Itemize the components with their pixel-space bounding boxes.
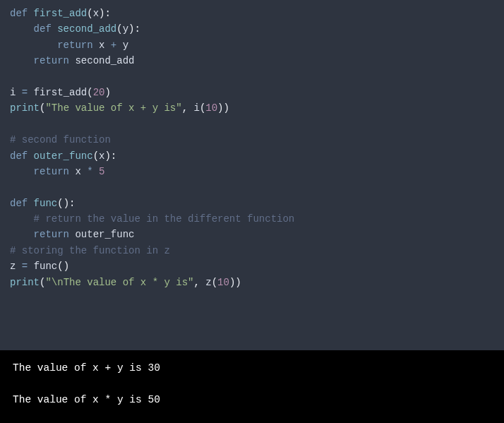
operator: = (16, 87, 33, 98)
keyword-def: def (10, 198, 34, 209)
operator: = (16, 261, 33, 272)
code-line: return second_add (10, 53, 494, 68)
code-line: return outer_func (10, 227, 494, 242)
code-line-blank (10, 179, 494, 195)
function-name: second_add (57, 23, 116, 35)
operator: * (81, 166, 99, 177)
string: "The value of x + y is" (45, 102, 181, 114)
indent (10, 55, 34, 66)
colon: : (69, 198, 75, 209)
paren: ) (104, 150, 110, 162)
paren: ) (104, 87, 110, 98)
identifier: x (75, 166, 80, 177)
number: 10 (205, 102, 217, 114)
comma: , (182, 102, 194, 114)
code-line-blank (10, 69, 494, 85)
indent (10, 40, 57, 51)
keyword-def: def (10, 150, 34, 162)
code-line: # return the value in the different func… (10, 211, 494, 227)
paren: ) (224, 102, 229, 114)
keyword-return: return (34, 166, 76, 177)
code-editor: def first_add(x): def second_add(y): ret… (0, 0, 504, 350)
number: 10 (217, 277, 229, 288)
identifier: func (34, 261, 58, 272)
indent (10, 166, 34, 177)
identifier: y (123, 40, 128, 51)
number: 5 (99, 166, 104, 177)
paren: ( (87, 87, 92, 98)
paren: ( (212, 277, 217, 288)
function-name: outer_func (34, 150, 93, 162)
paren: ) (235, 277, 241, 288)
param: x (93, 8, 99, 19)
output-console: The value of x + y is 30 The value of x … (0, 350, 504, 423)
code-line: z = func() (10, 258, 494, 274)
comment: # storing the function in z (10, 245, 170, 256)
keyword-def: def (10, 8, 34, 19)
output-line: The value of x * y is 50 (13, 394, 160, 405)
paren: ( (93, 150, 99, 162)
identifier: i (193, 102, 199, 114)
identifier: first_add (34, 87, 88, 98)
code-line: def outer_func(x): (10, 148, 494, 164)
identifier: second_add (75, 55, 134, 66)
paren: ( (116, 23, 122, 35)
paren: ) (217, 102, 223, 114)
code-line: def first_add(x): (10, 6, 494, 21)
keyword-return: return (34, 55, 76, 66)
comment: # second function (10, 134, 111, 145)
function-name: func (34, 198, 58, 209)
code-line-blank (10, 117, 494, 132)
code-line: # second function (10, 132, 494, 148)
identifier: z (205, 277, 211, 288)
paren: ) (64, 261, 69, 272)
paren: ( (57, 198, 63, 209)
identifier: outer_func (75, 229, 134, 240)
comma: , (193, 277, 205, 288)
colon: : (104, 8, 110, 19)
builtin-print: print (10, 277, 40, 288)
code-line: def func(): (10, 196, 494, 211)
operator: + (104, 40, 122, 51)
output-line: The value of x + y is 30 (13, 362, 160, 374)
paren: ) (64, 198, 69, 209)
function-name: first_add (34, 8, 88, 19)
keyword-def: def (34, 23, 58, 35)
colon: : (134, 23, 140, 35)
builtin-print: print (10, 102, 40, 114)
param: y (123, 23, 128, 35)
paren: ( (57, 261, 63, 272)
code-line: return x * 5 (10, 164, 494, 179)
keyword-return: return (34, 229, 76, 240)
code-line: def second_add(y): (10, 21, 494, 37)
indent (10, 213, 34, 225)
indent (10, 229, 34, 240)
colon: : (111, 150, 116, 162)
number: 20 (93, 87, 105, 98)
keyword-return: return (57, 40, 99, 51)
paren: ( (87, 8, 92, 19)
code-line: i = first_add(20) (10, 85, 494, 100)
comment: # return the value in the different func… (34, 213, 295, 225)
string: "\nThe value of x * y is" (45, 277, 193, 288)
indent (10, 23, 34, 35)
code-line: # storing the function in z (10, 243, 494, 258)
code-line: print("The value of x + y is", i(10)) (10, 100, 494, 116)
code-line: print("\nThe value of x * y is", z(10)) (10, 275, 494, 290)
code-line: return x + y (10, 37, 494, 53)
